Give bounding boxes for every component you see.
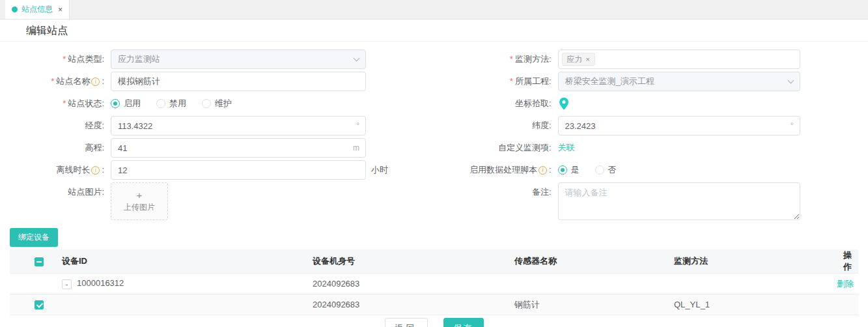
serial-no-value: 2024092683 (306, 294, 508, 315)
back-button[interactable]: 返回 (385, 318, 428, 327)
station-type-select[interactable]: 应力监测站 (111, 50, 366, 69)
field-remark: 备注: (421, 182, 843, 222)
col-header-action: 操作 (830, 249, 858, 274)
project-label: *所属工程: (421, 72, 558, 91)
custom-items-label: 自定义监测项: (421, 138, 558, 158)
edit-station-form: *站点类型: 应力监测站 *站点名称i: *站点状态: 启用 禁用 维护 经 (0, 42, 868, 225)
radio-yes[interactable]: 是 (558, 160, 580, 180)
script-enable-radio-group: 是 否 (558, 160, 800, 180)
method-value: QL_YL_1 (667, 294, 830, 315)
tab-bar: 站点信息 × (0, 0, 868, 20)
page-header: 编辑站点 (0, 20, 868, 42)
save-button[interactable]: 保存 (443, 318, 484, 327)
radio-disabled[interactable]: 禁用 (156, 94, 186, 113)
delete-link[interactable]: 删除 (837, 279, 854, 289)
required-mark: * (63, 98, 66, 108)
field-custom-items: 自定义监测项: 关联 (421, 138, 843, 158)
field-offline-duration: 离线时长i: 小时 (0, 160, 421, 180)
project-select[interactable]: 桥梁安全监测_演示工程 (558, 72, 800, 91)
page-title: 编辑站点 (26, 24, 842, 38)
station-status-radio-group: 启用 禁用 维护 (111, 94, 366, 113)
radio-dot-icon (111, 99, 120, 108)
monitor-method-label: *监测方法: (421, 50, 558, 69)
coord-pick-label: 坐标拾取: (421, 94, 558, 113)
latitude-label: 纬度: (421, 116, 558, 135)
field-monitor-method: *监测方法: 应力× (421, 50, 843, 69)
script-enable-label: 启用数据处理脚本i: (421, 160, 558, 180)
field-longitude: 经度: ° (0, 116, 421, 135)
row-checkbox[interactable] (35, 300, 44, 309)
radio-dot-icon (202, 99, 211, 108)
radio-enabled[interactable]: 启用 (111, 94, 141, 113)
tag-close-icon[interactable]: × (586, 55, 590, 63)
sensor-name-value: 钢筋计 (508, 294, 667, 315)
longitude-input[interactable] (111, 116, 366, 135)
info-icon[interactable]: i (539, 166, 547, 175)
table-row-sensor: 2024092683 钢筋计 QL_YL_1 (10, 294, 858, 315)
radio-dot-icon (558, 165, 567, 175)
offline-duration-input[interactable] (111, 160, 366, 180)
field-station-image: 站点图片: + 上传图片 (0, 182, 421, 220)
field-station-type: *站点类型: 应力监测站 (0, 50, 421, 69)
required-mark: * (510, 54, 513, 64)
upload-image-button[interactable]: + 上传图片 (111, 182, 168, 220)
method-tag: 应力× (562, 53, 595, 66)
station-name-input[interactable] (111, 72, 366, 91)
col-header-sensor-name: 传感器名称 (508, 249, 667, 274)
select-all-checkbox[interactable] (35, 257, 44, 266)
table-header-row: 设备ID 设备机身号 传感器名称 监测方法 操作 (10, 249, 858, 274)
station-status-label: *站点状态: (0, 94, 111, 113)
tab-active-dot-icon (12, 7, 18, 12)
radio-dot-icon (595, 165, 604, 175)
form-footer: 返回 保存 (0, 315, 868, 327)
field-project: *所属工程: 桥梁安全监测_演示工程 (421, 72, 843, 91)
radio-maintenance[interactable]: 维护 (202, 94, 232, 113)
associate-link[interactable]: 关联 (558, 143, 575, 152)
info-icon[interactable]: i (91, 166, 100, 175)
method-value (667, 274, 830, 294)
sensor-name-value (508, 274, 667, 294)
info-icon[interactable]: i (91, 78, 100, 86)
device-id-value (55, 294, 306, 315)
elevation-label: 高程: (0, 138, 111, 158)
station-name-label: *站点名称i: (0, 72, 111, 91)
radio-no[interactable]: 否 (595, 160, 617, 180)
offline-duration-label: 离线时长i: (0, 160, 111, 180)
field-station-name: *站点名称i: (0, 72, 421, 91)
tab-station-info[interactable]: 站点信息 × (5, 0, 70, 19)
required-mark: * (510, 76, 513, 86)
field-script-enable: 启用数据处理脚本i: 是 否 (421, 160, 843, 180)
field-elevation: 高程: m (0, 138, 421, 158)
col-header-serial-no: 设备机身号 (306, 249, 508, 274)
device-id-value: 1000016312 (77, 278, 124, 288)
plus-icon: + (137, 190, 143, 200)
tab-close-icon[interactable]: × (58, 5, 63, 14)
required-mark: * (51, 76, 54, 86)
action-cell (830, 294, 858, 315)
remark-textarea[interactable] (558, 182, 800, 220)
station-type-value: 应力监测站 (118, 53, 160, 65)
station-type-label: *站点类型: (0, 50, 111, 69)
upload-image-text: 上传图片 (124, 202, 155, 213)
chevron-down-icon (787, 77, 794, 83)
chevron-down-icon (354, 55, 360, 61)
radio-dot-icon (156, 99, 165, 108)
elevation-input[interactable] (111, 138, 366, 158)
remark-label: 备注: (421, 182, 558, 222)
project-value: 桥梁安全监测_演示工程 (565, 76, 654, 87)
monitor-method-input[interactable]: 应力× (558, 50, 800, 69)
col-header-device-id: 设备ID (55, 249, 306, 274)
field-station-status: *站点状态: 启用 禁用 维护 (0, 94, 421, 113)
bind-device-button[interactable]: 绑定设备 (10, 228, 58, 247)
hours-unit: 小时 (371, 160, 388, 180)
tab-label: 站点信息 (21, 4, 53, 15)
location-pin-icon[interactable] (558, 97, 570, 111)
required-mark: * (63, 54, 66, 64)
station-image-label: 站点图片: (0, 182, 111, 220)
longitude-label: 经度: (0, 116, 111, 135)
col-header-method: 监测方法 (667, 249, 830, 274)
device-table: 设备ID 设备机身号 传感器名称 监测方法 操作 -1000016312 202… (10, 249, 858, 315)
field-latitude: 纬度: ° (421, 116, 843, 135)
collapse-toggle-icon[interactable]: - (62, 279, 72, 289)
latitude-input[interactable] (558, 116, 800, 135)
